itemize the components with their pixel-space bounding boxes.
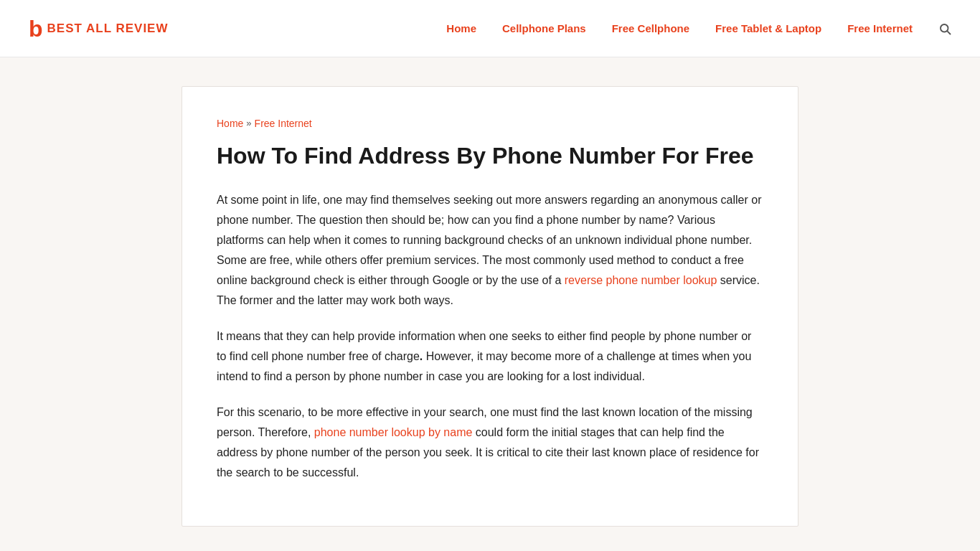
article-paragraph-2: It means that they can help provide info… bbox=[217, 326, 763, 387]
content-card: Home » Free Internet How To Find Address… bbox=[182, 86, 798, 527]
para1-link[interactable]: reverse phone number lookup bbox=[565, 274, 717, 286]
main-nav: Home Cellphone Plans Free Cellphone Free… bbox=[446, 20, 951, 37]
search-icon bbox=[938, 22, 951, 35]
nav-item-free-internet[interactable]: Free Internet bbox=[847, 20, 913, 37]
article-paragraph-1: At some point in life, one may find them… bbox=[217, 190, 763, 311]
breadcrumb-separator: » bbox=[246, 116, 251, 131]
logo-text: BEST ALL REVIEW bbox=[47, 19, 169, 38]
logo-b-icon: b bbox=[29, 17, 43, 40]
para3-link[interactable]: phone number lookup by name bbox=[314, 426, 473, 438]
nav-item-free-cellphone[interactable]: Free Cellphone bbox=[612, 20, 689, 37]
breadcrumb-current: Free Internet bbox=[255, 116, 312, 131]
breadcrumb: Home » Free Internet bbox=[217, 116, 763, 131]
nav-item-home[interactable]: Home bbox=[446, 20, 476, 37]
nav-item-free-tablet[interactable]: Free Tablet & Laptop bbox=[715, 20, 821, 37]
nav-item-cellphone-plans[interactable]: Cellphone Plans bbox=[502, 20, 586, 37]
article-body: At some point in life, one may find them… bbox=[217, 190, 763, 483]
site-logo[interactable]: b BEST ALL REVIEW bbox=[29, 17, 169, 40]
search-button[interactable] bbox=[938, 22, 951, 35]
svg-line-1 bbox=[947, 31, 950, 34]
para1-text-before: At some point in life, one may find them… bbox=[217, 194, 762, 286]
page-wrapper: Home » Free Internet How To Find Address… bbox=[95, 57, 885, 551]
breadcrumb-home[interactable]: Home bbox=[217, 116, 243, 131]
article-title: How To Find Address By Phone Number For … bbox=[217, 141, 763, 170]
article-paragraph-3: For this scenario, to be more effective … bbox=[217, 402, 763, 483]
